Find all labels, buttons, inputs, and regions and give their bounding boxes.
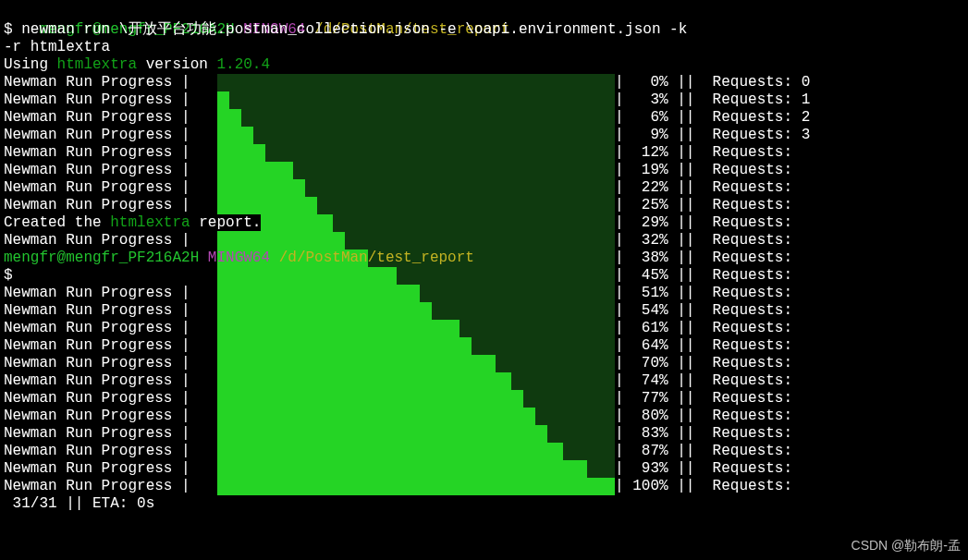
progress-bar bbox=[217, 74, 615, 91]
progress-row: Newman Run Progress || 32% || Requests: bbox=[4, 232, 968, 250]
progress-bar-fill bbox=[217, 179, 305, 197]
progress-row: Newman Run Progress || 93% || Requests: bbox=[4, 460, 968, 478]
progress-bar bbox=[217, 109, 615, 127]
progress-row: $| 45% || Requests: bbox=[4, 267, 968, 285]
progress-bar bbox=[217, 460, 615, 478]
progress-label: Newman Run Progress | bbox=[4, 197, 190, 213]
progress-stats: | 32% || Requests: bbox=[615, 232, 792, 249]
progress-area: Newman Run Progress || 0% || Requests: 0… bbox=[4, 74, 968, 495]
using-prefix: Using bbox=[4, 56, 57, 73]
progress-bar bbox=[217, 478, 615, 495]
progress-row: Newman Run Progress || 25% || Requests: bbox=[4, 197, 968, 214]
progress-row: Newman Run Progress || 83% || Requests: bbox=[4, 425, 968, 443]
progress-row: Newman Run Progress || 0% || Requests: 0 bbox=[4, 74, 968, 91]
progress-bar bbox=[217, 390, 615, 408]
watermark: CSDN @勒布朗-孟 bbox=[852, 537, 961, 554]
progress-stats: | 77% || Requests: bbox=[615, 390, 792, 407]
using-line: Using htmlextra version 1.20.4 bbox=[4, 56, 968, 74]
progress-label: Newman Run Progress | bbox=[4, 162, 190, 178]
using-version: 1.20.4 bbox=[216, 56, 270, 73]
progress-bar-fill bbox=[217, 285, 420, 302]
progress-bar-fill bbox=[217, 127, 253, 144]
progress-bar bbox=[217, 91, 615, 109]
progress-bar-fill bbox=[217, 302, 432, 320]
progress-bar-fill bbox=[217, 320, 459, 337]
progress-stats: | 100% || Requests: bbox=[615, 478, 792, 494]
command-line-1[interactable]: $ newman run \开放平台功能.postman_collection.… bbox=[4, 21, 968, 39]
progress-row: Newman Run Progress || 74% || Requests: bbox=[4, 372, 968, 390]
progress-bar-fill bbox=[217, 162, 293, 179]
progress-bar bbox=[217, 320, 615, 337]
progress-stats: | 83% || Requests: bbox=[615, 425, 792, 442]
prompt-line-1: mengfr@mengfr_PF216A2H MINGW64 /d/PostMa… bbox=[4, 4, 968, 21]
progress-stats: | 74% || Requests: bbox=[615, 372, 792, 389]
progress-label: Newman Run Progress | bbox=[4, 408, 190, 424]
progress-bar bbox=[217, 232, 615, 250]
progress-stats: | 87% || Requests: bbox=[615, 443, 792, 459]
progress-bar bbox=[217, 197, 615, 214]
progress-stats: | 29% || Requests: bbox=[615, 214, 792, 231]
using-name: htmlextra bbox=[57, 56, 137, 73]
progress-bar bbox=[217, 443, 615, 460]
progress-stats: | 70% || Requests: bbox=[615, 355, 792, 371]
progress-row: Created the htmlextra report.| 29% || Re… bbox=[4, 214, 968, 232]
progress-stats: | 54% || Requests: bbox=[615, 302, 792, 319]
command-text-1: newman run \开放平台功能.postman_collection.js… bbox=[21, 21, 687, 38]
progress-bar bbox=[217, 425, 615, 443]
progress-bar bbox=[217, 162, 615, 179]
terminal-window[interactable]: mengfr@mengfr_PF216A2H MINGW64 /d/PostMa… bbox=[0, 0, 968, 560]
progress-stats: | 64% || Requests: bbox=[615, 337, 792, 354]
progress-stats: | 3% || Requests: 1 bbox=[615, 91, 810, 108]
progress-bar-fill bbox=[217, 232, 345, 250]
progress-label: Newman Run Progress | bbox=[4, 232, 190, 249]
progress-label: Newman Run Progress | bbox=[4, 443, 190, 459]
progress-bar-fill bbox=[217, 372, 511, 390]
progress-stats: | 80% || Requests: bbox=[615, 408, 792, 424]
progress-label: Newman Run Progress | bbox=[4, 425, 190, 442]
progress-row: Newman Run Progress || 9% || Requests: 3 bbox=[4, 127, 968, 144]
progress-label: Newman Run Progress | bbox=[4, 144, 190, 161]
progress-bar bbox=[217, 302, 615, 320]
progress-bar bbox=[217, 179, 615, 197]
prompt-symbol: $ bbox=[4, 267, 13, 284]
prompt-symbol: $ bbox=[4, 21, 21, 38]
progress-stats: | 6% || Requests: 2 bbox=[615, 109, 810, 126]
progress-label: Newman Run Progress | bbox=[4, 179, 190, 196]
using-mid: version bbox=[137, 56, 216, 73]
progress-row: Newman Run Progress || 61% || Requests: bbox=[4, 320, 968, 337]
progress-stats: | 12% || Requests: bbox=[615, 144, 792, 161]
command-line-2[interactable]: -r htmlextra bbox=[4, 39, 968, 56]
command-text-2: -r htmlextra bbox=[4, 39, 110, 55]
progress-row: Newman Run Progress || 6% || Requests: 2 bbox=[4, 109, 968, 127]
progress-row: Newman Run Progress || 22% || Requests: bbox=[4, 179, 968, 197]
progress-row: Newman Run Progress || 54% || Requests: bbox=[4, 302, 968, 320]
progress-row: Newman Run Progress || 87% || Requests: bbox=[4, 443, 968, 460]
progress-label: Newman Run Progress | bbox=[4, 302, 190, 319]
progress-label: Newman Run Progress | bbox=[4, 337, 190, 354]
progress-bar-fill bbox=[217, 109, 241, 127]
progress-stats: | 22% || Requests: bbox=[615, 179, 792, 196]
progress-bar bbox=[217, 355, 615, 372]
progress-label: Newman Run Progress | bbox=[4, 320, 190, 336]
progress-label: Newman Run Progress | bbox=[4, 390, 190, 407]
progress-stats: | 45% || Requests: bbox=[615, 267, 792, 284]
progress-label: Newman Run Progress | bbox=[4, 355, 190, 371]
progress-bar bbox=[217, 267, 615, 285]
progress-label: Newman Run Progress | bbox=[4, 74, 190, 91]
progress-bar-fill bbox=[217, 443, 563, 460]
progress-row: Newman Run Progress || 70% || Requests: bbox=[4, 355, 968, 372]
progress-bar-fill bbox=[217, 355, 496, 372]
progress-stats: | 38% || Requests: bbox=[615, 250, 792, 266]
progress-row: Newman Run Progress || 64% || Requests: bbox=[4, 337, 968, 355]
progress-bar-fill bbox=[217, 337, 472, 355]
progress-stats: | 25% || Requests: bbox=[615, 197, 792, 213]
progress-stats: | 0% || Requests: 0 bbox=[615, 74, 810, 91]
progress-stats: | 9% || Requests: 3 bbox=[615, 127, 810, 143]
progress-bar bbox=[217, 127, 615, 144]
progress-bar-fill bbox=[217, 408, 535, 425]
progress-bar bbox=[217, 408, 615, 425]
progress-bar bbox=[217, 372, 615, 390]
progress-row: mengfr@mengfr_PF216A2H MINGW64 /d/PostMa… bbox=[4, 250, 968, 267]
progress-stats: | 61% || Requests: bbox=[615, 320, 792, 336]
progress-label: Newman Run Progress | bbox=[4, 478, 190, 494]
